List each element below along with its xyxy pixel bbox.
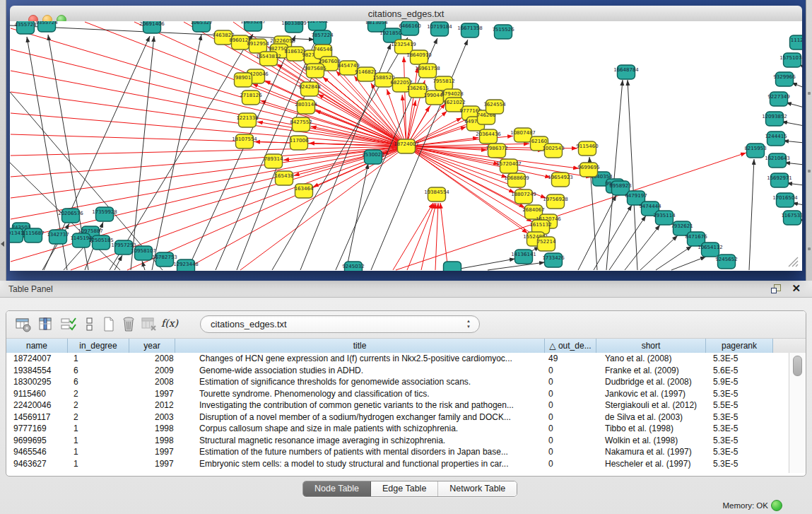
graph-node-yellow[interactable]: 7955812	[433, 76, 454, 90]
graph-node-teal[interactable]: 10719184	[427, 22, 452, 36]
tab-edge-table[interactable]: Edge Table	[371, 481, 438, 496]
cell-in_degree[interactable]: 1	[68, 353, 129, 365]
vertical-scrollbar[interactable]	[789, 353, 806, 473]
column-header-name[interactable]: name	[6, 339, 68, 353]
cell-short[interactable]: Wolkin et al. (1998)	[596, 435, 706, 447]
graph-node-teal[interactable]: 7857224	[311, 30, 334, 45]
left-panel-strip[interactable]	[0, 0, 6, 281]
graph-node-teal[interactable]: 9245032	[342, 262, 364, 271]
cell-short[interactable]: Franke et al. (2009)	[596, 365, 706, 377]
cell-out_de[interactable]: 0	[545, 376, 596, 388]
cell-in_degree[interactable]: 1	[68, 435, 129, 447]
graph-node-teal[interactable]: 1244415	[765, 132, 787, 146]
graph-node-yellow[interactable]: 165438	[275, 171, 294, 185]
cell-name[interactable]: 22420046	[6, 399, 68, 411]
cell-pagerank[interactable]: 5.3E-5	[706, 446, 773, 458]
cell-year[interactable]: 2009	[129, 365, 175, 377]
graph-node-teal[interactable]: 11123	[790, 35, 803, 49]
graph-node-yellow[interactable]: 18724007	[394, 139, 419, 153]
cell-out_de[interactable]: 0	[545, 458, 596, 470]
graph-node-yellow[interactable]: 19756928	[543, 194, 568, 209]
graph-node-teal[interactable]: 15692971	[767, 173, 792, 187]
graph-node-teal[interactable]: 1733426	[542, 253, 565, 267]
graph-node-yellow[interactable]: 16543812	[256, 52, 281, 66]
graph-node-yellow[interactable]: 3624554	[483, 100, 506, 114]
cell-in_degree[interactable]: 2	[68, 411, 129, 424]
graph-node-yellow[interactable]: 19654923	[548, 173, 573, 187]
cell-pagerank[interactable]: 5.3E-5	[706, 353, 773, 365]
table-row[interactable]: 911546021997Tourette syndrome. Phenomeno…	[6, 388, 789, 400]
graph-node-teal[interactable]: 16033809	[281, 21, 307, 33]
cell-name[interactable]: 19384554	[6, 365, 68, 377]
graph-node-yellow[interactable]: 19384554	[424, 187, 449, 201]
graph-node-teal[interactable]: 8215953	[744, 144, 766, 158]
cell-name[interactable]: 9463627	[6, 458, 68, 470]
graph-node-yellow[interactable]: 16961758	[415, 64, 440, 78]
cell-year[interactable]: 1997	[129, 446, 175, 458]
tab-node-table[interactable]: Node Table	[303, 481, 371, 496]
table-row[interactable]: 969969511998Structural magnetic resonanc…	[6, 435, 789, 447]
graph-node-yellow[interactable]: 2718126	[240, 90, 262, 105]
graph-node-teal[interactable]: 16671358	[457, 23, 483, 37]
graph-node-teal[interactable]: 1527602	[306, 21, 328, 30]
cell-name[interactable]: 9465546	[6, 446, 68, 458]
cell-out_de[interactable]: 0	[545, 423, 596, 435]
graph-node-teal[interactable]: 12505185	[88, 235, 114, 250]
table-row[interactable]: 2242004622012Investigating the contribut…	[6, 399, 789, 411]
new-document-icon[interactable]	[101, 316, 118, 333]
graph-node-yellow[interactable]: 9242848	[298, 82, 320, 96]
cell-year[interactable]: 1998	[129, 423, 175, 435]
cell-pagerank[interactable]: 5.3E-5	[706, 411, 773, 424]
cell-short[interactable]: Nakamura et al. (1997)	[596, 446, 706, 458]
table-row[interactable]: 1456911722003Disruption of a novel membe…	[6, 411, 789, 424]
cell-out_de[interactable]: 0	[545, 399, 596, 411]
cell-name[interactable]: 9777169	[6, 423, 68, 435]
cell-in_degree[interactable]: 1	[68, 423, 129, 435]
table-row[interactable]: 946554611997Estimation of the future num…	[6, 446, 789, 458]
cell-title[interactable]: Estimation of significance thresholds fo…	[175, 376, 545, 388]
window-titlebar[interactable]: citations_edges.txt	[10, 6, 802, 22]
graph-node-teal[interactable]: 2530023	[362, 150, 384, 164]
cell-name[interactable]: 18300295	[6, 376, 68, 388]
cell-in_degree[interactable]: 1	[68, 446, 129, 458]
cell-short[interactable]: de Silva et al. (2003)	[596, 411, 706, 424]
column-edit-icon[interactable]	[37, 316, 54, 333]
cell-short[interactable]: Jankovic et al. (1997)	[596, 388, 706, 400]
delete-table-icon[interactable]	[121, 316, 138, 333]
canvas-resize-grip[interactable]	[789, 257, 798, 267]
cell-out_de[interactable]: 0	[545, 365, 596, 377]
cell-in_degree[interactable]: 2	[68, 399, 129, 411]
graph-node-yellow[interactable]: 163464	[295, 184, 314, 198]
cell-year[interactable]: 2003	[129, 411, 175, 424]
graph-node-yellow[interactable]: 9699695	[577, 163, 599, 177]
cell-in_degree[interactable]: 1	[68, 458, 129, 470]
cell-title[interactable]: Genome-wide association studies in ADHD.	[175, 365, 545, 377]
graph-node-teal[interactable]: 10654112	[698, 243, 723, 257]
cell-title[interactable]: Embryonic stem cells: a model to study s…	[175, 458, 545, 470]
graph-node-teal[interactable]: 15751074	[779, 53, 802, 67]
graph-node-teal[interactable]: 6466160	[399, 21, 420, 35]
tab-network-table[interactable]: Network Table	[438, 481, 517, 496]
graph-node-yellow[interactable]: 9875685	[304, 64, 326, 78]
graph-node-teal[interactable]: 17016504	[772, 193, 798, 207]
cell-pagerank[interactable]: 5.9E-5	[706, 376, 773, 388]
cell-year[interactable]: 2012	[129, 399, 175, 411]
column-header-title[interactable]: title	[175, 339, 545, 353]
graph-node-yellow[interactable]: 789314	[264, 154, 283, 168]
graph-node-yellow[interactable]: 8912954	[247, 39, 269, 53]
graph-node-teal[interactable]	[444, 262, 461, 271]
stacked-squares-icon[interactable]	[81, 316, 98, 333]
table-row[interactable]: 1872400712008Changes of HCN gene express…	[6, 353, 789, 365]
graph-node-teal[interactable]: 1167533	[781, 211, 802, 225]
cell-out_de[interactable]: 0	[545, 435, 596, 447]
network-window[interactable]: citations_edges.txt 43557249355724206914…	[10, 6, 802, 271]
cell-pagerank[interactable]: 5.5E-5	[706, 399, 773, 411]
cell-title[interactable]: Corpus callosum shape and size in male p…	[175, 423, 545, 435]
graph-node-teal[interactable]: 12093852	[762, 112, 787, 126]
graph-node-teal[interactable]: 16648784	[613, 65, 639, 79]
graph-node-teal[interactable]: 16210643	[765, 153, 790, 168]
cell-pagerank[interactable]: 5.3E-5	[706, 423, 773, 435]
cell-out_de[interactable]: 0	[545, 411, 596, 424]
graph-node-teal[interactable]: 20691406	[139, 21, 165, 33]
cell-short[interactable]: Stergiakouli et al. (2012)	[596, 399, 706, 411]
